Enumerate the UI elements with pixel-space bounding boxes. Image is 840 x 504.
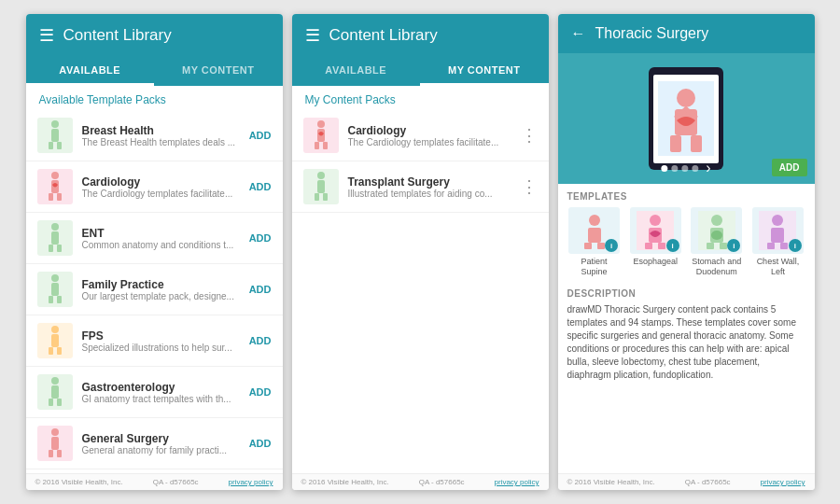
breast-icon <box>37 118 73 153</box>
cardio-add-btn-1[interactable]: ADD <box>249 181 272 192</box>
general-add-btn[interactable]: ADD <box>249 438 272 449</box>
panel1-tabs: AVAILABLE MY CONTENT <box>26 57 283 86</box>
list-item: General Surgery General anatomy for fami… <box>26 418 283 469</box>
gastro-add-btn[interactable]: ADD <box>249 386 272 398</box>
template-thumb-1[interactable]: i <box>568 207 620 254</box>
breast-name: Breast Health <box>82 124 240 137</box>
tablet-screen <box>653 75 719 163</box>
detail-image-area: ADD › <box>558 53 815 184</box>
template-thumb-3[interactable]: i <box>691 207 742 254</box>
panel1-footer: © 2016 Visible Health, Inc. QA - d57665c… <box>26 473 283 490</box>
gastro-icon <box>37 374 73 410</box>
family-info: Family Practice Our largest template pac… <box>82 278 240 301</box>
svg-point-4 <box>51 172 59 179</box>
panel3-header: ← Thoracic Surgery <box>558 14 815 53</box>
panel-available: ☰ Content Library AVAILABLE MY CONTENT A… <box>26 14 283 490</box>
svg-point-44 <box>589 215 600 226</box>
svg-rect-40 <box>691 135 702 152</box>
ent-icon <box>37 220 73 256</box>
info-badge-4[interactable]: i <box>789 239 802 252</box>
svg-rect-11 <box>57 245 62 252</box>
transplant-icon <box>303 169 339 204</box>
templates-row: i Patient Supine i Esophageal <box>567 207 805 277</box>
info-badge-1[interactable]: i <box>605 239 618 252</box>
dots-navigation: › <box>661 160 710 176</box>
panel-detail: ← Thoracic Surgery ADD <box>558 14 815 490</box>
description-text: drawMD Thoracic Surgery content pack con… <box>567 303 805 382</box>
ent-desc: Common anatomy and conditions t... <box>82 240 240 250</box>
family-name: Family Practice <box>82 278 240 291</box>
panel2-tabs: AVAILABLE MY CONTENT <box>292 57 549 86</box>
svg-rect-27 <box>57 450 62 457</box>
info-badge-3[interactable]: i <box>727 239 740 252</box>
tab-available-2[interactable]: AVAILABLE <box>292 57 421 86</box>
chevron-right-icon[interactable]: › <box>706 160 710 176</box>
info-badge-2[interactable]: i <box>666 239 679 252</box>
back-icon[interactable]: ← <box>571 25 586 42</box>
breast-add-btn[interactable]: ADD <box>249 130 272 141</box>
panel1-copyright: © 2016 Visible Health, Inc. <box>35 478 123 486</box>
transplant-more-btn[interactable]: ⋮ <box>521 176 538 197</box>
tab-available-1[interactable]: AVAILABLE <box>26 57 155 86</box>
general-desc: General anatomy for family practi... <box>82 445 240 455</box>
tab-my-content-2[interactable]: MY CONTENT <box>420 57 549 86</box>
dot-4[interactable] <box>692 165 698 172</box>
cardio-more-btn[interactable]: ⋮ <box>521 125 538 146</box>
breast-info: Breast Health The Breast Health template… <box>82 124 240 147</box>
panel1-title: Content Library <box>63 26 172 45</box>
template-name-2: Esophageal <box>633 257 678 267</box>
fps-add-btn[interactable]: ADD <box>249 335 272 346</box>
panel2-section-label: My Content Packs <box>292 86 549 110</box>
fps-name: FPS <box>82 329 240 343</box>
menu-icon[interactable]: ☰ <box>39 25 54 46</box>
template-item: i Patient Supine <box>567 207 622 277</box>
transplant-name: Transplant Surgery <box>348 175 511 189</box>
panel-my-content: ☰ Content Library AVAILABLE MY CONTENT M… <box>292 14 549 490</box>
panel2-privacy[interactable]: privacy policy <box>494 478 539 486</box>
panel3-copyright: © 2016 Visible Health, Inc. <box>567 478 655 486</box>
detail-add-btn[interactable]: ADD <box>772 159 807 176</box>
template-item: i Chest Wall, Left <box>750 207 805 277</box>
fps-desc: Specialized illustrations to help sur... <box>82 343 240 353</box>
svg-rect-23 <box>57 399 62 406</box>
tab-my-content-1[interactable]: MY CONTENT <box>154 57 283 86</box>
svg-point-12 <box>51 274 59 282</box>
panel2-list: Cardiology The Cardiology templates faci… <box>292 110 549 473</box>
cardio-info-2: Cardiology The Cardiology templates faci… <box>348 124 511 147</box>
panel2-footer: © 2016 Visible Health, Inc. QA - d57665c… <box>292 473 549 490</box>
dot-1[interactable] <box>661 165 667 172</box>
cardio-name-1: Cardiology <box>82 175 240 189</box>
template-thumb-4[interactable]: i <box>752 207 804 254</box>
dot-2[interactable] <box>671 165 678 172</box>
svg-point-24 <box>51 428 59 436</box>
panel1-privacy[interactable]: privacy policy <box>228 478 273 486</box>
panel3-privacy[interactable]: privacy policy <box>760 478 805 486</box>
general-icon <box>37 426 73 461</box>
svg-point-49 <box>650 215 661 226</box>
panel2-header: ☰ Content Library <box>292 14 549 57</box>
svg-rect-39 <box>670 135 681 152</box>
transplant-info: Transplant Surgery Illustrated templates… <box>348 175 511 199</box>
svg-rect-7 <box>57 193 62 201</box>
ent-info: ENT Common anatomy and conditions t... <box>82 227 240 250</box>
svg-rect-15 <box>57 296 62 303</box>
panel3-title: Thoracic Surgery <box>595 25 709 42</box>
svg-point-54 <box>711 215 722 226</box>
ent-name: ENT <box>82 227 240 240</box>
list-item: Breast Health The Breast Health template… <box>26 110 283 161</box>
dot-3[interactable] <box>681 165 688 172</box>
svg-rect-26 <box>49 450 53 457</box>
panel3-footer: © 2016 Visible Health, Inc. QA - d57665c… <box>558 473 815 490</box>
template-name-3: Stomach and Duodenum <box>690 257 744 277</box>
gastro-name: Gastroenterology <box>82 381 240 394</box>
panel1-qa: QA - d57665c <box>153 478 199 486</box>
family-add-btn[interactable]: ADD <box>249 284 272 295</box>
template-item: i Esophageal <box>628 207 682 277</box>
template-thumb-2[interactable]: i <box>630 207 681 254</box>
ent-add-btn[interactable]: ADD <box>249 232 272 244</box>
svg-rect-25 <box>51 437 59 450</box>
svg-rect-6 <box>49 193 53 201</box>
menu-icon-2[interactable]: ☰ <box>305 25 320 46</box>
svg-rect-21 <box>51 385 59 399</box>
svg-rect-9 <box>51 231 59 245</box>
